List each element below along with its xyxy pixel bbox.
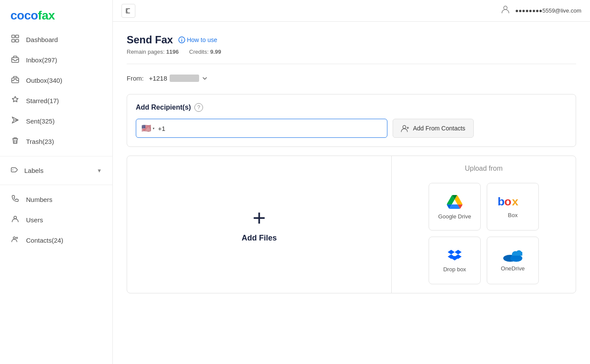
from-label: From: [127,75,144,82]
recipients-help-icon[interactable]: ? [194,103,203,112]
plus-icon: + [252,207,266,229]
svg-point-8 [13,237,16,239]
sidebar-item-outbox[interactable]: Outbox(340) [0,70,112,91]
svg-point-7 [14,216,16,219]
svg-point-9 [504,6,507,10]
svg-point-17 [510,255,522,262]
sidebar-collapse-button[interactable] [121,4,135,18]
sidebar-label-users: Users [26,216,43,224]
google-drive-label: Google Drive [438,213,471,220]
cloud-option-onedrive[interactable]: OneDrive [487,237,539,284]
how-to-use-label: How to use [187,36,217,43]
chevron-down-icon: ▼ [97,168,102,174]
header-divider [127,64,576,64]
remain-pages: Remain pages: 1196 [127,49,179,55]
country-selector[interactable]: 🇺🇸 ▾ [141,124,154,133]
cloud-option-box[interactable]: b o x Box [487,183,539,231]
sidebar-item-trash[interactable]: Trash(23) [0,131,112,152]
cloud-option-google-drive[interactable]: Google Drive [429,183,481,231]
flag-dropdown-dot: ▾ [153,127,154,130]
cloud-options: Google Drive b o x Box [400,183,567,284]
recipients-title: Add Recipient(s) [136,104,191,111]
from-number-text: +1218 [149,75,167,82]
outbox-icon [10,75,20,85]
upload-from-area: Upload from Google Drive [392,156,576,293]
sidebar-item-sent[interactable]: Sent(325) [0,111,112,131]
meta-row: Remain pages: 1196 Credits: 9.99 [127,49,576,55]
sidebar-item-labels[interactable]: Labels ▼ [0,161,112,180]
file-upload-section: + Add Files Upload from [127,156,576,293]
sidebar-label-sent: Sent(325) [26,117,55,125]
from-number-blurred: ●●●●●●● [170,75,199,82]
logo-coco: coco [10,9,38,22]
logo: cocofax [0,0,112,29]
logo-fax: fax [38,9,55,22]
nav-divider-2 [0,185,112,185]
svg-rect-3 [16,39,19,42]
dropbox-label: Drop box [443,266,466,273]
phone-input-wrapper: 🇺🇸 ▾ [136,119,387,138]
svg-rect-1 [16,35,19,38]
sidebar-label-contacts: Contacts(24) [26,237,63,244]
sidebar-label-labels: Labels [24,167,43,174]
user-email: ●●●●●●●●5559@live.com [515,7,581,14]
labels-icon [10,166,18,175]
add-files-area[interactable]: + Add Files [127,156,392,293]
how-to-use-link[interactable]: How to use [178,36,217,43]
sidebar-label-inbox: Inbox(297) [26,56,57,64]
contacts-icon [10,235,20,245]
add-contacts-label: Add From Contacts [413,125,465,132]
page-title: Send Fax [127,34,173,46]
upload-from-label: Upload from [465,165,502,172]
sidebar-label-starred: Starred(17) [26,97,59,104]
sidebar-label-numbers: Numbers [26,196,52,203]
nav-divider-1 [0,156,112,156]
page-content: Send Fax How to use Remain pages: 1196 C… [113,22,590,364]
dashboard-icon [10,35,20,45]
credits: Credits: 9.99 [189,49,221,55]
svg-text:x: x [512,195,518,208]
svg-point-11 [181,38,182,39]
add-from-contacts-button[interactable]: Add From Contacts [393,119,474,138]
recipients-section: Add Recipient(s) ? 🇺🇸 ▾ Add From Contact… [127,94,576,147]
sidebar-nav: Dashboard Inbox(297) Outbox(340) Starred… [0,29,112,250]
sidebar-item-dashboard[interactable]: Dashboard [0,29,112,50]
svg-text:b: b [498,195,505,208]
recipient-input-row: 🇺🇸 ▾ Add From Contacts [136,119,567,138]
user-avatar-icon [500,4,511,17]
from-row: From: +1218 ●●●●●●● [127,75,576,82]
sidebar-label-outbox: Outbox(340) [26,77,62,84]
sidebar-label-dashboard: Dashboard [26,36,58,43]
phone-icon [10,195,20,205]
us-flag: 🇺🇸 [141,124,151,133]
sidebar-item-inbox[interactable]: Inbox(297) [0,50,112,70]
sidebar: cocofax Dashboard Inbox(297) Outbox(340) [0,0,113,364]
svg-rect-4 [12,58,19,62]
star-icon [10,96,20,106]
sidebar-label-trash: Trash(23) [26,138,54,145]
sidebar-item-starred[interactable]: Starred(17) [0,91,112,111]
main-content: ●●●●●●●●5559@live.com Send Fax How to us… [113,0,590,364]
onedrive-label: OneDrive [501,265,525,272]
trash-icon [10,136,20,146]
from-number-selector[interactable]: +1218 ●●●●●●● [149,75,208,82]
sent-icon [10,116,20,126]
page-header: Send Fax How to use Remain pages: 1196 C… [127,34,576,55]
add-files-label: Add Files [242,234,277,243]
svg-rect-2 [12,39,15,42]
svg-point-12 [403,126,406,129]
svg-rect-0 [12,35,15,38]
user-area: ●●●●●●●●5559@live.com [500,4,581,17]
topbar: ●●●●●●●●5559@live.com [113,0,590,22]
phone-number-input[interactable] [158,125,382,132]
box-label: Box [508,212,518,218]
sidebar-item-contacts[interactable]: Contacts(24) [0,230,112,250]
svg-point-6 [13,169,13,170]
inbox-icon [10,55,20,65]
sidebar-item-numbers[interactable]: Numbers [0,189,112,210]
users-icon [10,215,20,225]
svg-text:o: o [504,195,511,208]
sidebar-item-users[interactable]: Users [0,210,112,230]
cloud-option-dropbox[interactable]: Drop box [429,237,481,284]
